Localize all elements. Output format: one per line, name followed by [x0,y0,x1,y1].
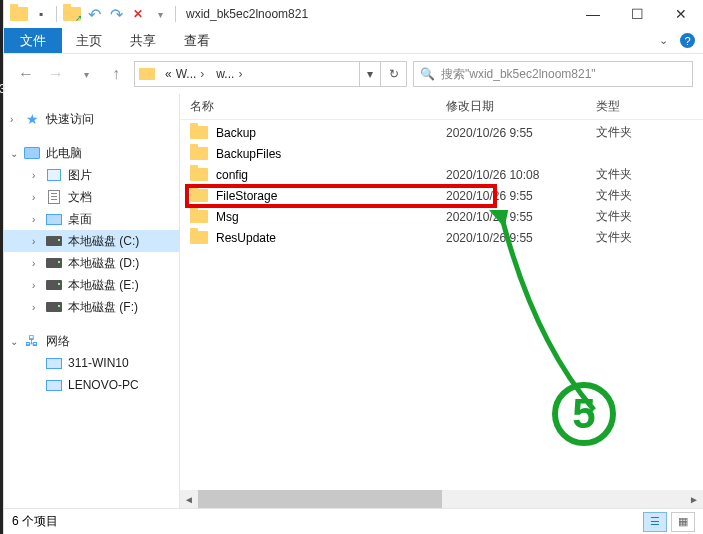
file-type: 文件夹 [596,124,703,141]
tree-label: 311-WIN10 [68,356,129,370]
file-type: 文件夹 [596,229,703,246]
status-bar: 6 个项目 ☰ ▦ [4,508,703,534]
chevron-right-icon[interactable]: › [32,280,42,291]
open-folder-icon[interactable]: ➚ [61,3,83,25]
undo-icon[interactable]: ↶ [83,3,105,25]
tree-label: 本地磁盘 (D:) [68,255,139,272]
delete-icon[interactable]: ✕ [127,3,149,25]
back-button[interactable]: ← [14,62,38,86]
tree-drive-e[interactable]: › 本地磁盘 (E:) [4,274,179,296]
address-bar[interactable]: «W...› w...› ▾ ↻ [134,61,407,87]
breadcrumb-prefix[interactable]: «W...› [159,67,210,81]
document-icon [48,190,60,204]
chevron-right-icon[interactable]: › [32,302,42,313]
file-type: 文件夹 [596,187,703,204]
ribbon-tab-share[interactable]: 共享 [116,28,170,53]
close-button[interactable]: ✕ [659,0,703,28]
chevron-right-icon[interactable]: › [10,114,20,125]
tree-quick-access[interactable]: › ★ 快速访问 [4,108,179,130]
column-header-date[interactable]: 修改日期 [446,98,596,115]
redo-icon[interactable]: ↷ [105,3,127,25]
scroll-left-icon[interactable]: ◄ [180,490,198,508]
network-icon: 🖧 [24,334,40,348]
chevron-right-icon[interactable]: › [32,170,42,181]
tree-label: LENOVO-PC [68,378,139,392]
chevron-right-icon[interactable]: › [32,192,42,203]
tree-network-host[interactable]: LENOVO-PC [4,374,179,396]
column-headers: 名称 修改日期 类型 [180,94,703,120]
address-dropdown-icon[interactable]: ▾ [360,67,380,81]
scroll-thumb[interactable] [198,490,442,508]
tree-label: 网络 [46,333,70,350]
tree-label: 图片 [68,167,92,184]
computer-icon [46,358,62,369]
tree-label: 本地磁盘 (E:) [68,277,139,294]
title-bar: ▪ ➚ ↶ ↷ ✕ ▾ wxid_bk5ec2lnoom821 ― ☐ ✕ [4,0,703,28]
tree-drive-d[interactable]: › 本地磁盘 (D:) [4,252,179,274]
tree-pictures[interactable]: › 图片 [4,164,179,186]
tree-network-host[interactable]: 311-WIN10 [4,352,179,374]
file-row[interactable]: Backup2020/10/26 9:55文件夹 [180,122,703,143]
file-row[interactable]: ResUpdate2020/10/26 9:55文件夹 [180,227,703,248]
ribbon-expand-icon[interactable]: ⌄ [659,34,668,47]
window-title: wxid_bk5ec2lnoom821 [186,7,308,21]
help-icon[interactable]: ? [680,33,695,48]
scroll-right-icon[interactable]: ► [685,490,703,508]
tree-label: 文档 [68,189,92,206]
file-name: BackupFiles [216,147,281,161]
file-date: 2020/10/26 9:55 [446,231,596,245]
tree-drive-c[interactable]: › 本地磁盘 (C:) [4,230,179,252]
drive-icon [46,236,62,246]
chevron-right-icon[interactable]: › [32,236,42,247]
folder-icon [190,231,208,244]
file-type: 文件夹 [596,208,703,225]
ribbon-file-tab[interactable]: 文件 [4,28,62,53]
ribbon-tab-view[interactable]: 查看 [170,28,224,53]
column-header-type[interactable]: 类型 [596,98,703,115]
file-name: Msg [216,210,239,224]
file-rows: Backup2020/10/26 9:55文件夹BackupFilesconfi… [180,120,703,490]
column-header-name[interactable]: 名称 [190,98,446,115]
search-box[interactable]: 🔍 搜索"wxid_bk5ec2lnoom821" [413,61,693,87]
minimize-button[interactable]: ― [571,0,615,28]
tree-documents[interactable]: › 文档 [4,186,179,208]
recent-dropdown-icon[interactable]: ▾ [74,62,98,86]
file-name: Backup [216,126,256,140]
properties-icon[interactable]: ▪ [30,3,52,25]
chevron-down-icon[interactable]: ⌄ [10,336,20,347]
computer-icon [46,380,62,391]
file-row[interactable]: FileStorage2020/10/26 9:55文件夹 [180,185,703,206]
file-row[interactable]: BackupFiles [180,143,703,164]
tree-this-pc[interactable]: ⌄ 此电脑 [4,142,179,164]
search-icon: 🔍 [420,67,435,81]
view-large-icons-button[interactable]: ▦ [671,512,695,532]
address-folder-icon [139,68,155,80]
desktop-icon [46,214,62,225]
forward-button[interactable]: → [44,62,68,86]
ribbon-tab-home[interactable]: 主页 [62,28,116,53]
explorer-window: ▪ ➚ ↶ ↷ ✕ ▾ wxid_bk5ec2lnoom821 ― ☐ ✕ 文件… [3,0,703,534]
file-date: 2020/10/26 10:08 [446,168,596,182]
chevron-right-icon[interactable]: › [32,214,42,225]
tree-drive-f[interactable]: › 本地磁盘 (F:) [4,296,179,318]
breadcrumb-current[interactable]: w...› [210,67,248,81]
file-row[interactable]: config2020/10/26 10:08文件夹 [180,164,703,185]
folder-icon [190,210,208,223]
refresh-button[interactable]: ↻ [380,62,406,86]
chevron-right-icon[interactable]: › [32,258,42,269]
up-button[interactable]: ↑ [104,62,128,86]
chevron-down-icon[interactable]: ⌄ [10,148,20,159]
maximize-button[interactable]: ☐ [615,0,659,28]
view-details-button[interactable]: ☰ [643,512,667,532]
tree-desktop[interactable]: › 桌面 [4,208,179,230]
qat-dropdown-icon[interactable]: ▾ [149,3,171,25]
folder-icon[interactable] [8,3,30,25]
file-row[interactable]: Msg2020/10/26 9:55文件夹 [180,206,703,227]
folder-icon [190,189,208,202]
status-item-count: 6 个项目 [12,513,58,530]
tree-label: 本地磁盘 (F:) [68,299,138,316]
tree-network[interactable]: ⌄ 🖧 网络 [4,330,179,352]
horizontal-scrollbar[interactable]: ◄ ► [180,490,703,508]
file-name: ResUpdate [216,231,276,245]
search-placeholder: 搜索"wxid_bk5ec2lnoom821" [441,66,596,83]
